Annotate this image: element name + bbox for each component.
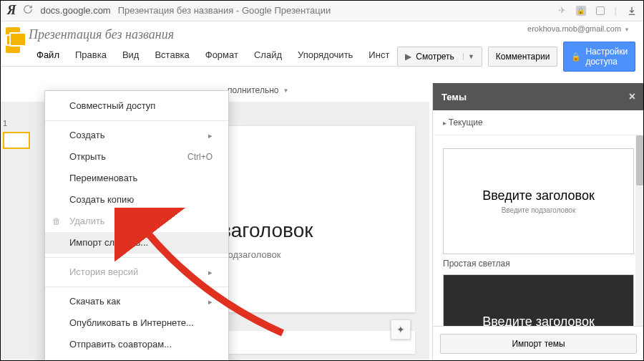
menu-new[interactable]: Создать <box>45 125 228 146</box>
secondary-toolbar: полнительно ▼ > <box>228 83 450 97</box>
import-theme-button[interactable]: Импорт темы <box>440 334 637 354</box>
themes-scrollbar[interactable] <box>635 135 644 326</box>
slide-thumbnail[interactable] <box>3 132 30 149</box>
comments-button[interactable]: Комментарии <box>488 47 558 67</box>
lock-icon[interactable]: 🔒 <box>576 6 586 16</box>
url-domain[interactable]: docs.google.com <box>40 5 110 16</box>
present-dropdown-icon[interactable]: ▼ <box>463 53 474 60</box>
download-icon[interactable] <box>627 6 637 16</box>
document-title[interactable]: Презентация без названия <box>29 26 397 45</box>
menu-rename[interactable]: Переименовать <box>45 168 228 189</box>
share-button[interactable]: 🔒 Настройки доступа <box>563 42 635 72</box>
menu-tools[interactable]: Инст <box>361 45 397 66</box>
chevron-down-icon[interactable]: ▼ <box>283 87 288 94</box>
page-title: Презентация без названия - Google Презен… <box>118 5 331 16</box>
present-label: Смотреть <box>416 52 454 62</box>
menu-slide[interactable]: Слайд <box>246 45 290 66</box>
theme-card-light[interactable]: Введите заголовок Введите подзаголовок П… <box>443 148 634 269</box>
menu-insert[interactable]: Вставка <box>147 45 197 66</box>
menu-share[interactable]: Совместный доступ <box>45 95 228 117</box>
menu-copy[interactable]: Создать копию <box>45 189 228 211</box>
lock-icon: 🔒 <box>571 52 581 62</box>
close-icon[interactable]: × <box>629 90 635 103</box>
theme-card-dark[interactable]: Введите заголовок Введите подзаголовок <box>443 274 634 326</box>
menu-email-collaborators[interactable]: Отправить соавторам... <box>45 334 228 355</box>
menu-file[interactable]: Файл <box>29 45 67 66</box>
filmstrip: 1 <box>0 102 39 361</box>
theme-preview-subtitle: Введите подзаголовок <box>502 206 576 214</box>
user-email[interactable]: erokhova.mob@gmail.com▼ <box>527 24 630 33</box>
menu-view[interactable]: Вид <box>114 45 147 66</box>
file-menu-dropdown: Совместный доступ Создать ОткрытьCtrl+O … <box>44 90 229 361</box>
menubar: Файл Правка Вид Вставка Формат Слайд Упо… <box>0 45 397 67</box>
shortcut-label: Ctrl+O <box>187 150 213 163</box>
menu-arrange[interactable]: Упорядочить <box>290 45 361 66</box>
app-frame: erokhova.mob@gmail.com▼ Презентация без … <box>0 21 644 361</box>
share-label: Настройки доступа <box>585 47 628 67</box>
menu-format[interactable]: Формат <box>197 45 246 66</box>
theme-name: Простая светлая <box>443 259 634 269</box>
menu-open[interactable]: ОткрытьCtrl+O <box>45 146 228 168</box>
theme-preview-title: Введите заголовок <box>482 188 595 203</box>
menu-import-slides[interactable]: Импорт слайдов... <box>45 232 228 254</box>
menu-version-history[interactable]: История версий <box>45 261 228 283</box>
browser-address-bar: Я docs.google.com Презентация без назван… <box>0 0 644 21</box>
refresh-icon[interactable] <box>23 4 33 16</box>
menu-publish[interactable]: Опубликовать в Интернете... <box>45 312 228 334</box>
theme-preview-title: Введите заголовок <box>482 314 595 326</box>
yandex-logo[interactable]: Я <box>7 3 16 18</box>
extension-icon[interactable] <box>596 6 605 15</box>
menu-delete: 🗑Удалить <box>45 211 228 232</box>
rocket-icon[interactable]: ✈ <box>558 5 566 16</box>
explore-button[interactable]: ✦ <box>391 319 411 340</box>
slide-number: 1 <box>3 119 7 127</box>
themes-panel: Темы × Текущие Введите заголовок Введите… <box>432 83 644 361</box>
toolbar-label: полнительно <box>228 85 278 95</box>
menu-email-attach[interactable]: Прикрепить к сообщению эл. почты <box>45 355 228 361</box>
themes-current-section[interactable]: Текущие <box>433 110 644 135</box>
trash-icon: 🗑 <box>52 215 61 228</box>
play-icon: ▶ <box>405 52 411 62</box>
menu-edit[interactable]: Правка <box>67 45 114 66</box>
present-button[interactable]: ▶ Смотреть ▼ <box>397 47 482 67</box>
themes-title: Темы <box>441 92 467 102</box>
menu-download[interactable]: Скачать как <box>45 291 228 312</box>
